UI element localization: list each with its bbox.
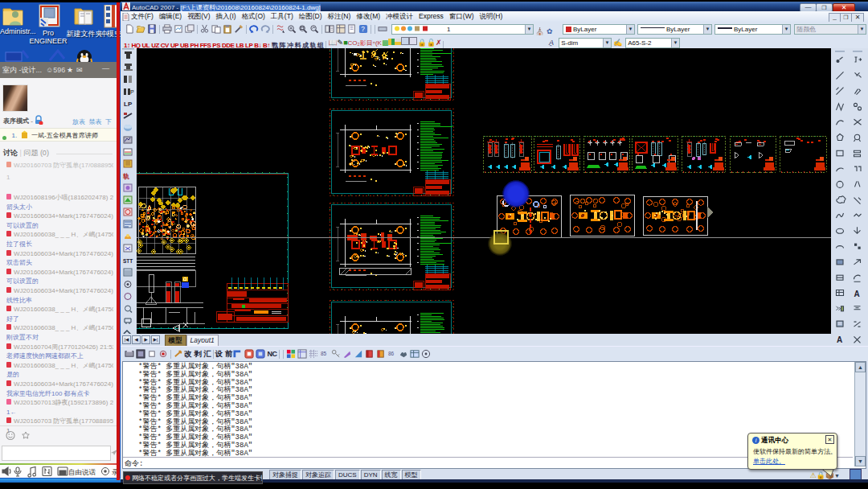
svg-text:自由说话: 自由说话 bbox=[68, 468, 96, 476]
svg-text:STT: STT bbox=[123, 258, 133, 264]
svg-text:A: A bbox=[854, 290, 860, 298]
svg-text:轨: 轨 bbox=[122, 173, 129, 180]
svg-text:85: 85 bbox=[321, 351, 327, 356]
svg-text:?: ? bbox=[361, 25, 365, 33]
svg-text:86: 86 bbox=[388, 351, 395, 356]
svg-text:A: A bbox=[837, 335, 842, 344]
svg-text:LP: LP bbox=[124, 101, 133, 108]
svg-text:P: P bbox=[130, 89, 134, 95]
